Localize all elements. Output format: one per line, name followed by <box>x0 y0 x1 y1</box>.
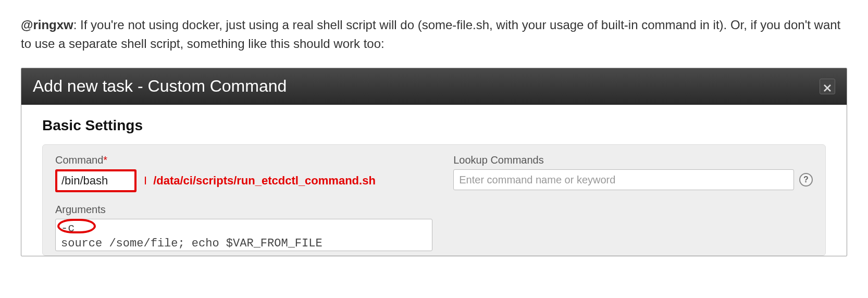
lookup-row: ? <box>453 169 813 190</box>
command-annotation: I/data/ci/scripts/run_etcdctl_command.sh <box>144 174 376 188</box>
settings-panel: Command* I/data/ci/scripts/run_etcdctl_c… <box>42 144 826 256</box>
section-title: Basic Settings <box>42 117 826 134</box>
comment-text: @ringxw: If you're not using docker, jus… <box>21 16 847 53</box>
command-highlight-box <box>55 169 137 192</box>
arguments-textarea[interactable] <box>55 219 432 251</box>
command-label: Command* <box>55 154 432 166</box>
question-mark-icon: ? <box>803 175 809 184</box>
command-input[interactable] <box>57 171 134 190</box>
close-button[interactable] <box>820 79 835 94</box>
arguments-wrap <box>55 219 432 253</box>
lookup-input[interactable] <box>453 169 794 190</box>
dialog-body: Basic Settings Command* I/data/ci/script… <box>21 105 847 256</box>
annotation-prefix: I <box>144 174 147 187</box>
close-icon <box>824 77 831 96</box>
arguments-label: Arguments <box>55 204 432 216</box>
dialog-header: Add new task - Custom Command <box>21 68 847 105</box>
add-task-dialog: Add new task - Custom Command Basic Sett… <box>21 68 847 256</box>
command-row: I/data/ci/scripts/run_etcdctl_command.sh <box>55 169 432 192</box>
required-marker: * <box>103 154 107 166</box>
dialog-title: Add new task - Custom Command <box>33 77 287 96</box>
comment-body: : If you're not using docker, just using… <box>21 18 840 51</box>
lookup-label: Lookup Commands <box>453 154 813 166</box>
help-icon[interactable]: ? <box>799 173 813 187</box>
right-column: Lookup Commands ? <box>453 154 813 253</box>
comment-mention[interactable]: @ringxw <box>21 18 73 32</box>
annotation-path: /data/ci/scripts/run_etcdctl_command.sh <box>153 174 376 187</box>
command-label-text: Command <box>55 154 103 166</box>
left-column: Command* I/data/ci/scripts/run_etcdctl_c… <box>55 154 432 253</box>
